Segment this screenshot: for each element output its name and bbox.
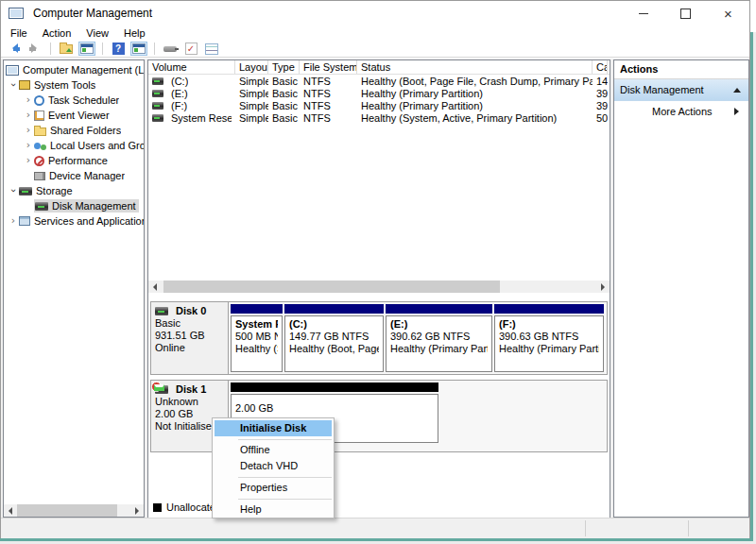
- forward-arrow-icon[interactable]: [26, 42, 43, 56]
- chevron-collapsed-icon[interactable]: [23, 156, 34, 165]
- tree-item-label: System Tools: [34, 79, 95, 91]
- menu-file[interactable]: File: [3, 26, 35, 40]
- remote-connection-icon[interactable]: [162, 42, 179, 56]
- context-menu-item-initialise-disk[interactable]: Initialise Disk: [215, 420, 332, 436]
- help-icon[interactable]: ?: [110, 42, 127, 56]
- menu-view[interactable]: View: [78, 26, 116, 40]
- volume-type: Basic: [268, 112, 300, 124]
- scrollbar-thumb[interactable]: [163, 280, 500, 293]
- chevron-expanded-icon[interactable]: [8, 186, 19, 196]
- partition-size: 390.63 GB NTFS: [499, 331, 599, 343]
- tree-item-task-scheduler[interactable]: Task Scheduler: [4, 93, 144, 108]
- close-button[interactable]: [707, 1, 749, 26]
- local-users-groups-icon: [34, 141, 46, 151]
- properties-list-icon[interactable]: [203, 42, 220, 56]
- scroll-left-arrow[interactable]: [148, 280, 161, 293]
- disk-0-label[interactable]: Disk 0 Basic 931.51 GB Online: [151, 302, 229, 374]
- menu-separator: [238, 477, 332, 478]
- tree-item-event-viewer[interactable]: Event Viewer: [4, 108, 144, 123]
- menu-help[interactable]: Help: [116, 26, 153, 40]
- up-one-level-icon[interactable]: [58, 42, 75, 56]
- tree-item-device-manager[interactable]: Device Manager: [4, 168, 144, 183]
- partition-name: System Reserved: [235, 318, 278, 331]
- chevron-collapsed-icon[interactable]: [8, 216, 19, 226]
- close-icon: [724, 7, 732, 21]
- tree-item-computer-management[interactable]: Computer Management (Local): [4, 62, 144, 77]
- column-header-capacity[interactable]: Capacity: [593, 60, 608, 74]
- minimize-icon: [639, 13, 648, 14]
- disk-0-partitions: System Reserved 500 MB NTFS Healthy (Sys…: [229, 302, 607, 374]
- back-arrow-icon[interactable]: [6, 42, 23, 56]
- column-header-layout[interactable]: Layout: [235, 60, 268, 74]
- scroll-right-arrow[interactable]: [131, 504, 144, 517]
- show-console-tree-icon[interactable]: [78, 42, 95, 56]
- column-header-status[interactable]: Status: [357, 60, 593, 74]
- scrollbar-thumb[interactable]: [17, 504, 117, 517]
- collapse-caret-icon[interactable]: [733, 84, 741, 93]
- volume-row[interactable]: (C:) Simple Basic NTFS Healthy (Boot, Pa…: [148, 75, 610, 87]
- actions-panel: Actions Disk Management More Actions: [613, 60, 749, 518]
- maximize-button[interactable]: [664, 1, 707, 26]
- volume-layout: Simple: [235, 76, 268, 87]
- tree-item-system-tools[interactable]: System Tools: [4, 77, 144, 93]
- chevron-collapsed-icon[interactable]: [23, 95, 34, 105]
- chevron-collapsed-icon[interactable]: [23, 141, 34, 150]
- tree-item-disk-management[interactable]: Disk Management: [4, 198, 144, 213]
- volume-list-horizontal-scrollbar[interactable]: [148, 280, 610, 293]
- tree-item-shared-folders[interactable]: Shared Folders: [4, 123, 144, 138]
- disk-0-row: Disk 0 Basic 931.51 GB Online System Res…: [150, 301, 608, 375]
- tree-item-storage[interactable]: Storage: [4, 183, 144, 198]
- tree-item-local-users-groups[interactable]: Local Users and Groups: [4, 138, 144, 153]
- verify-check-icon[interactable]: ✓: [182, 42, 199, 56]
- scroll-right-arrow[interactable]: [597, 280, 610, 293]
- context-menu-item-detach-vhd[interactable]: Detach VHD: [215, 458, 332, 474]
- chevron-collapsed-icon[interactable]: [23, 110, 34, 120]
- tree-item-label: Device Manager: [49, 170, 125, 181]
- menu-action[interactable]: Action: [35, 26, 79, 40]
- disk-name: Disk 0: [176, 305, 206, 317]
- volume-file-system: NTFS: [300, 76, 357, 87]
- actions-section-label: Disk Management: [620, 84, 733, 95]
- tree-horizontal-scrollbar[interactable]: [4, 504, 144, 517]
- volume-row[interactable]: (E:) Simple Basic NTFS Healthy (Primary …: [148, 87, 610, 99]
- volume-row[interactable]: System Reserved Simple Basic NTFS Health…: [148, 111, 610, 124]
- partition-c[interactable]: (C:) 149.77 GB NTFS Healthy (Boot, Page …: [284, 304, 384, 372]
- column-header-type[interactable]: Type: [268, 60, 300, 74]
- chevron-expanded-icon[interactable]: [8, 80, 19, 90]
- more-actions-item[interactable]: More Actions: [614, 101, 748, 122]
- tree-item-services-applications[interactable]: Services and Applications: [4, 213, 144, 229]
- tree-item-label: Storage: [36, 185, 73, 196]
- tree-item-label: Shared Folders: [50, 125, 121, 136]
- volume-row[interactable]: (F:) Simple Basic NTFS Healthy (Primary …: [148, 99, 610, 111]
- tree-item-performance[interactable]: Performance: [4, 153, 144, 168]
- volume-icon: [152, 77, 163, 85]
- partition-color-bar: [494, 304, 604, 314]
- show-action-pane-icon[interactable]: [130, 42, 147, 56]
- actions-section-disk-management[interactable]: Disk Management: [614, 79, 748, 101]
- chevron-collapsed-icon[interactable]: [23, 126, 34, 135]
- disk-warning-icon: [155, 385, 168, 394]
- scroll-left-arrow[interactable]: [4, 504, 16, 517]
- computer-management-window: Computer Management File Action View Hel…: [0, 0, 750, 538]
- tree-item-label: Local Users and Groups: [50, 140, 144, 151]
- context-menu-item-help[interactable]: Help: [215, 502, 332, 518]
- device-manager-icon: [34, 172, 45, 180]
- partition-size: 500 MB NTFS: [235, 331, 278, 343]
- volume-type: Basic: [268, 76, 300, 87]
- partition-name: (F:): [499, 318, 599, 331]
- disk-type: Unknown: [155, 396, 224, 408]
- context-menu-item-offline[interactable]: Offline: [215, 442, 332, 458]
- partition-e[interactable]: (E:) 390.62 GB NTFS Healthy (Primary Par…: [386, 304, 492, 372]
- volume-name: (E:): [171, 88, 188, 99]
- column-header-file-system[interactable]: File System: [300, 60, 357, 74]
- minimize-button[interactable]: [622, 1, 664, 26]
- column-header-volume[interactable]: Volume: [148, 60, 235, 74]
- desktop-edge-bottom: [0, 538, 753, 541]
- computer-icon: [6, 65, 19, 76]
- disk-status: Online: [155, 342, 224, 354]
- partition-system-reserved[interactable]: System Reserved 500 MB NTFS Healthy (Sys…: [231, 304, 283, 372]
- partition-f[interactable]: (F:) 390.63 GB NTFS Healthy (Primary Par…: [494, 304, 604, 372]
- partition-status: Healthy (Boot, Page File, Crash Dump, Pr…: [289, 343, 379, 355]
- context-menu-item-properties[interactable]: Properties: [215, 480, 332, 496]
- console-tree-panel: Computer Management (Local) System Tools…: [3, 60, 145, 518]
